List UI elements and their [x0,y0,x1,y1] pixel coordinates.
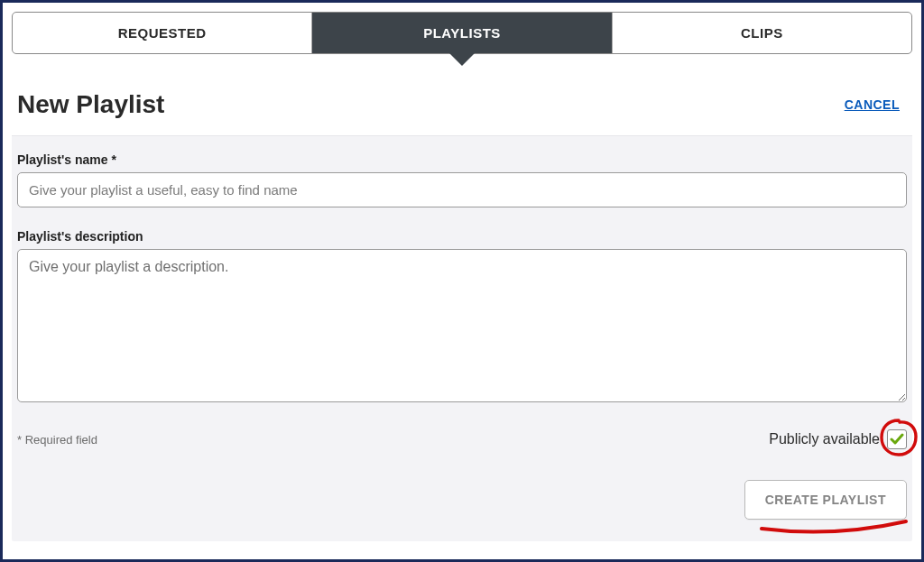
tab-playlists[interactable]: PLAYLISTS [312,13,612,53]
tab-clips[interactable]: CLIPS [613,13,911,53]
tabs-bar: REQUESTED PLAYLISTS CLIPS [12,12,912,54]
playlist-name-input[interactable] [17,172,907,207]
cancel-link[interactable]: CANCEL [845,97,900,112]
tab-clips-label: CLIPS [741,25,783,41]
lower-row: * Required field Publicly available [17,429,907,449]
tab-playlists-label: PLAYLISTS [423,25,501,41]
content-panel: New Playlist CANCEL Playlist's name * Pl… [12,74,912,541]
form-area: Playlist's name * Playlist's description… [12,136,912,541]
playlist-description-label: Playlist's description [17,229,907,244]
playlist-name-label: Playlist's name * [17,152,907,167]
checkmark-icon [890,432,904,447]
public-available-checkbox[interactable] [887,429,907,449]
create-playlist-button[interactable]: CREATE PLAYLIST [744,480,907,520]
playlist-description-input[interactable] [17,249,907,402]
tab-requested-label: REQUESTED [118,25,207,41]
submit-row: CREATE PLAYLIST [17,480,907,520]
public-available-wrap: Publicly available [769,429,907,449]
public-available-label: Publicly available [769,431,880,447]
required-note: * Required field [17,433,97,447]
header-row: New Playlist CANCEL [12,74,912,136]
tab-requested[interactable]: REQUESTED [13,13,312,53]
page-title: New Playlist [17,90,164,119]
